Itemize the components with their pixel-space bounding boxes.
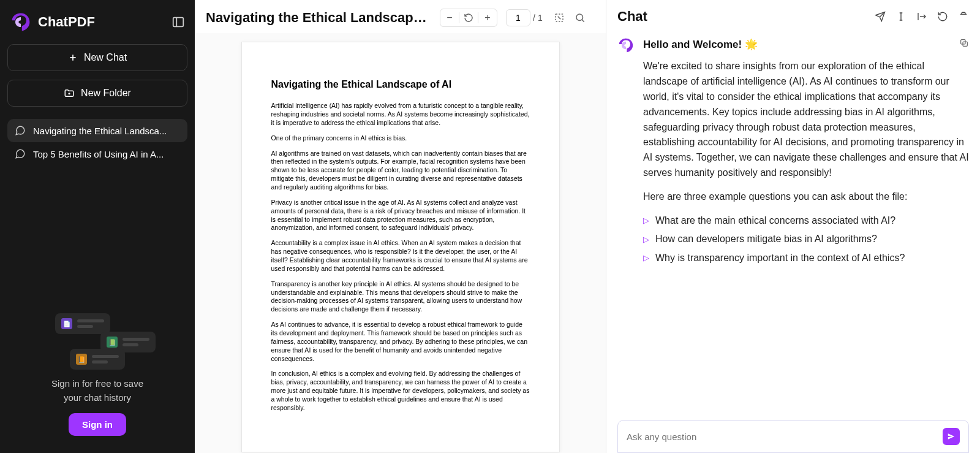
svg-line-7 — [557, 17, 560, 20]
sidebar: ChatPDF New Chat New Folder Navigating t… — [0, 0, 195, 453]
zoom-reset-button[interactable] — [459, 9, 478, 26]
brand-row: ChatPDF — [7, 11, 187, 44]
doc-paragraph: One of the primary concerns in AI ethics… — [271, 134, 530, 143]
sidebar-bottom: 📄 📗 📙 Sign in for free to save your chat… — [7, 313, 187, 442]
zoom-controls: − + — [440, 9, 497, 27]
chat-item[interactable]: Top 5 Benefits of Using AI in A... — [7, 142, 187, 166]
plus-icon — [68, 53, 78, 63]
zoom-in-button[interactable]: + — [478, 9, 497, 26]
question-text: Why is transparency important in the con… — [655, 251, 905, 266]
zoom-out-button[interactable]: − — [440, 9, 459, 26]
assistant-avatar-icon — [617, 37, 635, 54]
chat-item[interactable]: Navigating the Ethical Landsca... — [7, 119, 187, 142]
folder-plus-icon — [64, 88, 75, 99]
assistant-message: Hello and Welcome! 🌟 We're excited to sh… — [617, 37, 969, 270]
doc-paragraph: Artificial intelligence (AI) has rapidly… — [271, 102, 530, 128]
question-text: How can developers mitigate bias in AI a… — [655, 232, 877, 247]
document-header: Navigating the Ethical Landscape of AI..… — [195, 0, 606, 33]
panel-toggle-icon[interactable] — [172, 15, 185, 29]
new-chat-button[interactable]: New Chat — [7, 44, 187, 71]
brand[interactable]: ChatPDF — [10, 11, 95, 33]
copy-icon[interactable] — [959, 37, 969, 48]
signin-button[interactable]: Sign in — [69, 413, 126, 436]
page-input[interactable] — [506, 9, 530, 26]
doc-paragraph: Transparency is another key principle in… — [271, 280, 530, 314]
chat-tools — [873, 10, 970, 23]
search-icon[interactable] — [572, 10, 588, 26]
send-button[interactable] — [943, 428, 960, 445]
chat-body[interactable]: Hello and Welcome! 🌟 We're excited to sh… — [606, 31, 980, 420]
triangle-icon: ▷ — [643, 252, 649, 264]
doc-paragraph: Privacy is another critical issue in the… — [271, 199, 530, 232]
chat-title: Chat — [617, 9, 647, 25]
chat-list: Navigating the Ethical Landsca... Top 5 … — [7, 119, 187, 166]
doc-paragraph: In conclusion, AI ethics is a complex an… — [271, 370, 530, 412]
refresh-icon[interactable] — [936, 10, 949, 23]
text-cursor-icon[interactable] — [894, 10, 908, 23]
chat-item-label: Navigating the Ethical Landsca... — [33, 126, 167, 136]
delete-icon[interactable] — [957, 10, 970, 23]
example-questions: ▷What are the main ethical concerns asso… — [643, 213, 969, 266]
select-area-icon[interactable] — [551, 10, 567, 26]
chat-pane: Chat Hello and Welcome! 🌟 We're excited … — [606, 0, 980, 453]
chat-input[interactable] — [627, 432, 943, 442]
chat-bubble-icon — [15, 148, 26, 159]
rotate-icon — [464, 13, 473, 23]
chat-bubble-icon — [15, 125, 26, 136]
promo-line1: Sign in for free to save — [51, 377, 143, 391]
new-folder-button[interactable]: New Folder — [7, 80, 187, 107]
document-pane: Navigating the Ethical Landscape of AI..… — [195, 0, 606, 453]
svg-rect-0 — [173, 18, 184, 27]
promo-graphic: 📄 📗 📙 — [33, 313, 162, 368]
promo-line2: your chat history — [51, 391, 143, 405]
svg-point-8 — [576, 14, 583, 21]
page-sep: / — [533, 13, 535, 23]
share-icon[interactable] — [873, 10, 887, 23]
welcome-heading: Hello and Welcome! 🌟 — [643, 37, 758, 53]
chat-item-label: Top 5 Benefits of Using AI in A... — [33, 149, 164, 159]
page-indicator: / 1 — [506, 9, 543, 26]
welcome-body: We're excited to share insights from our… — [643, 59, 969, 180]
promo-text: Sign in for free to save your chat histo… — [51, 377, 143, 405]
export-icon[interactable] — [915, 10, 929, 23]
send-icon — [947, 432, 956, 441]
chat-header: Chat — [606, 0, 980, 31]
document-title: Navigating the Ethical Landscape of AI..… — [206, 10, 432, 26]
brand-logo-icon — [10, 11, 32, 33]
svg-line-9 — [582, 20, 584, 22]
doc-paragraph: AI algorithms are trained on vast datase… — [271, 150, 530, 192]
page-total: 1 — [538, 13, 543, 23]
chat-input-wrap — [606, 420, 980, 453]
questions-intro: Here are three example questions you can… — [643, 189, 969, 205]
doc-paragraph: Accountability is a complex issue in AI … — [271, 239, 530, 273]
document-scroll[interactable]: Navigating the Ethical Landscape of AI A… — [195, 33, 606, 453]
new-chat-label: New Chat — [84, 52, 127, 63]
brand-name: ChatPDF — [38, 14, 95, 30]
triangle-icon: ▷ — [643, 234, 649, 246]
example-question[interactable]: ▷What are the main ethical concerns asso… — [643, 213, 969, 229]
page-heading: Navigating the Ethical Landscape of AI — [271, 78, 530, 91]
doc-paragraph: As AI continues to advance, it is essent… — [271, 321, 530, 363]
example-question[interactable]: ▷Why is transparency important in the co… — [643, 251, 969, 266]
document-page: Navigating the Ethical Landscape of AI A… — [241, 42, 560, 452]
new-folder-label: New Folder — [81, 88, 131, 99]
question-text: What are the main ethical concerns assoc… — [655, 213, 895, 229]
example-question[interactable]: ▷How can developers mitigate bias in AI … — [643, 232, 969, 247]
triangle-icon: ▷ — [643, 215, 649, 227]
chat-input-box[interactable] — [617, 420, 969, 453]
